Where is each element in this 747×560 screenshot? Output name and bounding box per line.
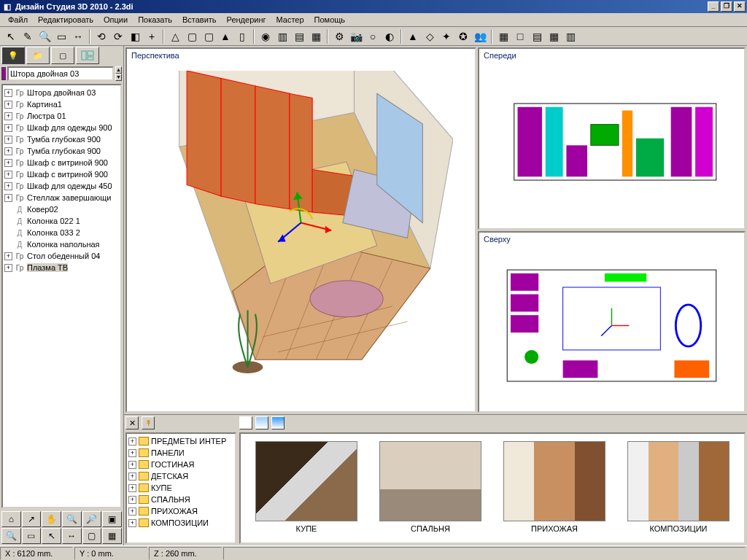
catalog-folder[interactable]: +ПРИХОЖАЯ: [128, 505, 233, 517]
catalog-close-button[interactable]: ✕: [125, 416, 139, 429]
toolbar-cam-icon[interactable]: ◉: [258, 28, 274, 44]
nav-rect-icon[interactable]: ▭: [22, 528, 42, 544]
minimize-button[interactable]: _: [708, 1, 719, 12]
catalog-folder[interactable]: +ПРЕДМЕТЫ ИНТЕР: [128, 435, 233, 447]
object-name-combo[interactable]: [7, 66, 114, 81]
tree-item[interactable]: ДКолонка 022 1: [4, 215, 119, 227]
toolbar-cone-icon[interactable]: ▲: [217, 28, 233, 44]
toolbar-win1-icon[interactable]: ▥: [274, 28, 290, 44]
toolbar-edit-icon[interactable]: ✎: [20, 28, 36, 44]
tree-item[interactable]: +ГрШкаф с витриной 900: [4, 157, 119, 168]
tree-item[interactable]: +ГрКартина1: [4, 98, 119, 110]
toolbar-mag-icon[interactable]: 🔍: [36, 28, 53, 44]
toolbar-people-icon[interactable]: 👥: [472, 28, 488, 44]
tree-item[interactable]: +ГрШкаф для одежды 900: [4, 122, 119, 133]
toolbar-mag1-icon[interactable]: □: [512, 28, 528, 44]
tree-item[interactable]: +ГрТумба глубокая 900: [4, 145, 119, 157]
close-button[interactable]: ✕: [734, 1, 746, 12]
catalog-folder[interactable]: +СПАЛЬНЯ: [128, 494, 233, 505]
toolbar-win3-icon[interactable]: ▦: [308, 28, 324, 44]
nav-zoomout-icon[interactable]: 🔎: [82, 511, 102, 527]
toolbar-dome-icon[interactable]: ◐: [382, 28, 398, 44]
toolbar-color-icon[interactable]: ◧: [127, 28, 143, 44]
catalog-up-button[interactable]: ↟: [142, 416, 155, 429]
mode-plan-button[interactable]: [76, 47, 99, 64]
toolbar-grid-icon[interactable]: ▦: [495, 28, 511, 44]
nav-fit-icon[interactable]: ▣: [102, 511, 122, 527]
toolbar-tool_b-icon[interactable]: ⟳: [110, 28, 126, 44]
toolbar-drop-icon[interactable]: ◇: [422, 28, 438, 44]
catalog-thumbnail[interactable]: СПАЛЬНЯ: [379, 441, 481, 535]
toolbar-mag4-icon[interactable]: ▥: [562, 28, 578, 44]
tree-item[interactable]: ДКолонка 033 2: [4, 227, 119, 238]
maximize-button[interactable]: ❐: [721, 1, 732, 12]
tree-item[interactable]: +ГрШтора двойная 03: [4, 87, 119, 98]
toolbar-rect-icon[interactable]: ▭: [53, 28, 69, 44]
catalog-thumbnail[interactable]: КОМПОЗИЦИИ: [627, 441, 729, 535]
catalog-folder[interactable]: +ПАНЕЛИ: [128, 447, 233, 459]
toolbar-photo-icon[interactable]: 📷: [348, 28, 364, 44]
toolbar-dims-icon[interactable]: ↔: [70, 28, 86, 44]
object-color-swatch[interactable]: [1, 67, 6, 80]
catalog-folder[interactable]: +КУПЕ: [128, 482, 233, 494]
tree-item[interactable]: +ГрСтеллаж завершающи: [4, 192, 119, 203]
toolbar-cone-icon[interactable]: ▲: [405, 28, 421, 44]
mode-light-button[interactable]: 💡: [1, 47, 25, 64]
tree-item[interactable]: ДКолонка напольная: [4, 238, 119, 250]
tree-item[interactable]: +ГрЛюстра 01: [4, 110, 119, 122]
nav-mag-icon[interactable]: 🔍: [1, 528, 21, 544]
nav-zoomin-icon[interactable]: 🔍: [62, 511, 82, 527]
catalog-tree[interactable]: +ПРЕДМЕТЫ ИНТЕР+ПАНЕЛИ+ГОСТИНАЯ+ДЕТСКАЯ+…: [125, 432, 236, 544]
toolbar-mag3-icon[interactable]: ▦: [546, 28, 562, 44]
nav-grid-icon[interactable]: ▦: [102, 528, 122, 544]
menu-файл[interactable]: Файл: [3, 14, 33, 26]
menu-мастер[interactable]: Мастер: [271, 14, 309, 26]
catalog-thumbnail[interactable]: ПРИХОЖАЯ: [503, 441, 605, 535]
toolbar-plus-icon[interactable]: +: [144, 28, 160, 44]
tree-item[interactable]: +ГрШкаф для одежды 450: [4, 180, 119, 192]
toolbar-win2-icon[interactable]: ▤: [291, 28, 307, 44]
toolbar-mag2-icon[interactable]: ▤: [529, 28, 545, 44]
menu-помощь[interactable]: Помощь: [309, 14, 351, 26]
menu-опции[interactable]: Опции: [98, 14, 133, 26]
menu-редактировать[interactable]: Редактировать: [33, 14, 98, 26]
catalog-folder[interactable]: +КОМПОЗИЦИИ: [128, 517, 233, 529]
view-mode-grad1[interactable]: [255, 416, 268, 429]
menu-вставить[interactable]: Вставить: [177, 14, 222, 26]
toolbar-wand-icon[interactable]: ✦: [438, 28, 454, 44]
nav-page-icon[interactable]: ▢: [82, 528, 102, 544]
nav-cursor-icon[interactable]: ↖: [42, 528, 61, 544]
catalog-folder[interactable]: +ГОСТИНАЯ: [128, 459, 233, 470]
catalog-thumbnail[interactable]: КУПЕ: [255, 441, 357, 535]
view-mode-white[interactable]: [239, 416, 252, 429]
mode-walls-button[interactable]: ▢: [51, 47, 74, 64]
catalog-folder[interactable]: +ДЕТСКАЯ: [128, 470, 233, 482]
menu-показать[interactable]: Показать: [133, 14, 177, 26]
toolbar-thing-icon[interactable]: ✪: [455, 28, 471, 44]
tree-item[interactable]: +ГрПлазма ТВ: [4, 262, 119, 273]
nav-dims-icon[interactable]: ↔: [62, 528, 82, 544]
viewport-top[interactable]: Сверху: [478, 231, 746, 413]
toolbar-lightbulb-icon[interactable]: ○: [365, 28, 381, 44]
combo-spinner[interactable]: ▲▼: [115, 66, 122, 81]
viewport-perspective[interactable]: Перспектива: [125, 47, 476, 413]
toolbar-triangle-icon[interactable]: △: [167, 28, 183, 44]
nav-arrow-icon[interactable]: ↗: [22, 511, 42, 527]
view-mode-grad2[interactable]: [271, 416, 285, 429]
toolbar-col-icon[interactable]: ▯: [234, 28, 250, 44]
tree-item[interactable]: +ГрШкаф с витриной 900: [4, 168, 119, 180]
toolbar-cursor-icon[interactable]: ↖: [3, 28, 19, 44]
mode-objects-button[interactable]: 📁: [26, 47, 50, 64]
tree-item[interactable]: ДКовер02: [4, 203, 119, 215]
thumbnail-grid[interactable]: КУПЕСПАЛЬНЯПРИХОЖАЯКОМПОЗИЦИИ: [239, 432, 746, 544]
tree-item[interactable]: +ГрСтол обеденный 04: [4, 250, 119, 262]
viewport-front[interactable]: Спереди: [478, 47, 746, 230]
scene-tree[interactable]: +ГрШтора двойная 03+ГрКартина1+ГрЛюстра …: [1, 84, 122, 508]
toolbar-page-icon[interactable]: ▢: [201, 28, 217, 44]
toolbar-square-icon[interactable]: ▢: [184, 28, 200, 44]
tree-item[interactable]: +ГрТумба глубокая 900: [4, 133, 119, 145]
toolbar-tool_a-icon[interactable]: ⟲: [93, 28, 109, 44]
menu-рендеринг[interactable]: Рендеринг: [222, 14, 271, 26]
toolbar-gear-icon[interactable]: ⚙: [331, 28, 347, 44]
nav-hand-icon[interactable]: ✋: [42, 511, 61, 527]
